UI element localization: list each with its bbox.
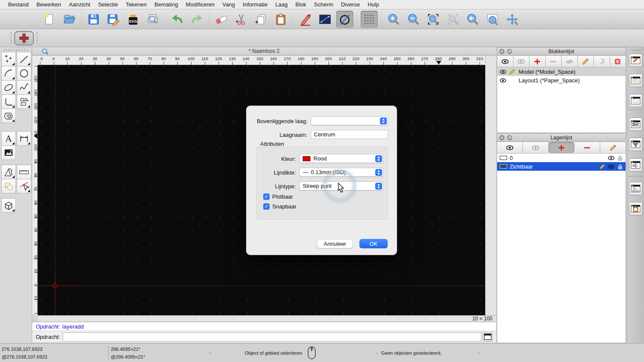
eye-icon[interactable]: [608, 155, 614, 161]
zoom-window-button[interactable]: [484, 11, 501, 28]
close-icon[interactable]: [499, 48, 505, 54]
menu-bemating[interactable]: Bemating: [151, 0, 182, 9]
menu-modificeren[interactable]: Modificeren: [182, 0, 219, 9]
tool-line[interactable]: [17, 52, 31, 66]
color-dropdown[interactable]: Rood: [299, 154, 383, 163]
layer-name-field[interactable]: Centrum: [311, 130, 388, 139]
pencil-icon[interactable]: [599, 163, 605, 170]
menu-diverse[interactable]: Diverse: [337, 0, 364, 9]
cancel-button[interactable]: Annuleer: [317, 239, 353, 248]
tool-circle[interactable]: [17, 66, 31, 81]
tool-hatch[interactable]: [1, 109, 16, 123]
tool-drafting[interactable]: [1, 165, 16, 179]
undo-button[interactable]: [169, 11, 186, 28]
panel-command-toggle-button[interactable]: [629, 182, 642, 195]
tool-points[interactable]: [1, 52, 16, 66]
panel-blocks-toggle-button[interactable]: [629, 54, 642, 67]
toolbar-drag-handle[interactable]: [36, 32, 38, 44]
tool-text[interactable]: A: [1, 131, 16, 146]
parent-layer-dropdown[interactable]: [311, 116, 388, 125]
menu-bewerken[interactable]: Bewerken: [33, 0, 65, 9]
save-as-button[interactable]: [105, 11, 122, 28]
arrow-insert-panel-button[interactable]: [594, 56, 610, 67]
panel-speaker-toggle-button[interactable]: [629, 158, 642, 172]
command-input[interactable]: [63, 332, 481, 341]
pencil-icon[interactable]: [509, 69, 515, 75]
panel-list-toggle-button[interactable]: [629, 118, 642, 131]
menu-scherm[interactable]: Scherm: [310, 0, 337, 9]
cut-button[interactable]: [233, 11, 250, 28]
tool-arc[interactable]: [1, 66, 16, 81]
minus-pale-panel-button[interactable]: [546, 56, 562, 67]
panel-shapes-toggle-button[interactable]: [629, 74, 642, 87]
lock-blue-icon[interactable]: [617, 163, 623, 170]
zoom-out-button[interactable]: [405, 11, 422, 28]
tool-spline[interactable]: [17, 80, 31, 95]
add-layer-button[interactable]: [14, 31, 34, 45]
plottable-checkbox[interactable]: ✓ Plotbaar: [263, 193, 293, 200]
open-button[interactable]: [61, 11, 78, 28]
vertical-scrollbar[interactable]: [485, 56, 496, 315]
menu-selectie[interactable]: Selectie: [94, 0, 122, 9]
panel-empty-toggle-button[interactable]: [629, 94, 642, 107]
collapse-icon[interactable]: [507, 135, 513, 141]
ok-button[interactable]: OK: [359, 239, 388, 248]
eye-icon[interactable]: [608, 163, 614, 170]
pencil-panel-button[interactable]: [600, 142, 626, 153]
block-row[interactable]: Model (*Model_Space): [497, 67, 626, 76]
menu-tekenen[interactable]: Tekenen: [122, 0, 151, 9]
eraser-button[interactable]: [213, 11, 230, 28]
tool-box3d[interactable]: [1, 198, 16, 213]
command-window-button[interactable]: [483, 332, 493, 341]
block-row[interactable]: Layout1 (*Paper_Space): [497, 76, 626, 84]
eye-icon[interactable]: [500, 77, 506, 84]
panel-filter-toggle-button[interactable]: [629, 138, 642, 151]
tool-ellipse[interactable]: [1, 80, 16, 95]
eye-panel-button[interactable]: [497, 142, 523, 153]
tool-ruler[interactable]: [17, 165, 31, 179]
panel-clipboard-toggle-button[interactable]: [629, 202, 642, 215]
layer-row[interactable]: 0: [497, 154, 626, 162]
zoom-fit-button[interactable]: [425, 11, 442, 28]
eye-icon[interactable]: [500, 69, 506, 75]
eye-gray-panel-button[interactable]: [513, 56, 530, 67]
plus-panel-button[interactable]: [549, 142, 574, 153]
close-icon[interactable]: [499, 135, 505, 141]
snappable-checkbox[interactable]: ✓ Snapbaar: [263, 203, 296, 210]
minus-panel-button[interactable]: [574, 142, 600, 153]
palette-drag-handle[interactable]: [3, 49, 28, 51]
collapse-icon[interactable]: [507, 48, 513, 54]
zoom-previous-button[interactable]: [464, 11, 481, 28]
line-format-button[interactable]: [316, 11, 334, 28]
menu-bestand[interactable]: Bestand: [4, 0, 33, 9]
tool-select-line[interactable]: [17, 179, 31, 193]
x-box-panel-button[interactable]: [610, 56, 626, 67]
menu-laag[interactable]: Laag: [271, 0, 292, 9]
print-preview-button[interactable]: [144, 11, 161, 28]
menu-vang[interactable]: Vang: [219, 0, 239, 9]
grid-toggle-button[interactable]: [361, 11, 378, 28]
menu-hulp[interactable]: Hulp: [364, 0, 383, 9]
pan-button[interactable]: [504, 11, 521, 28]
plus-panel-button[interactable]: [529, 56, 546, 67]
lock-icon[interactable]: [617, 155, 623, 161]
menu-blok[interactable]: Blok: [292, 0, 310, 9]
draw-pencil-button[interactable]: [297, 11, 314, 28]
paste-button[interactable]: [272, 11, 289, 28]
eye-gray-panel-button[interactable]: [523, 142, 549, 153]
zoom-in-button[interactable]: [385, 11, 402, 28]
new-button[interactable]: [41, 11, 58, 28]
tool-overlap[interactable]: [1, 179, 16, 193]
tool-dimension[interactable]: [17, 131, 31, 146]
svg-export-button[interactable]: SVG: [125, 11, 142, 28]
save-button[interactable]: [85, 11, 102, 28]
tool-polyline[interactable]: [1, 94, 16, 109]
tool-image[interactable]: [1, 145, 16, 160]
rename-panel-button[interactable]: a|b: [562, 56, 578, 67]
circle-line-button[interactable]: [336, 11, 353, 28]
menu-aanzicht[interactable]: Aanzicht: [65, 0, 94, 9]
redo-button[interactable]: [188, 11, 206, 28]
menu-informatie[interactable]: Informatie: [239, 0, 271, 9]
toolbar-drag-handle[interactable]: [10, 32, 12, 44]
eye-panel-button[interactable]: [497, 56, 513, 67]
